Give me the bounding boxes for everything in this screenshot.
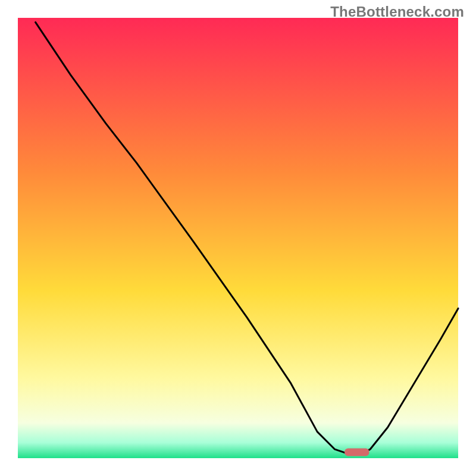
attribution-text: TheBottleneck.com <box>330 4 464 20</box>
bottleneck-chart <box>18 18 458 458</box>
gradient-background <box>18 18 458 458</box>
optimal-marker <box>345 449 369 456</box>
